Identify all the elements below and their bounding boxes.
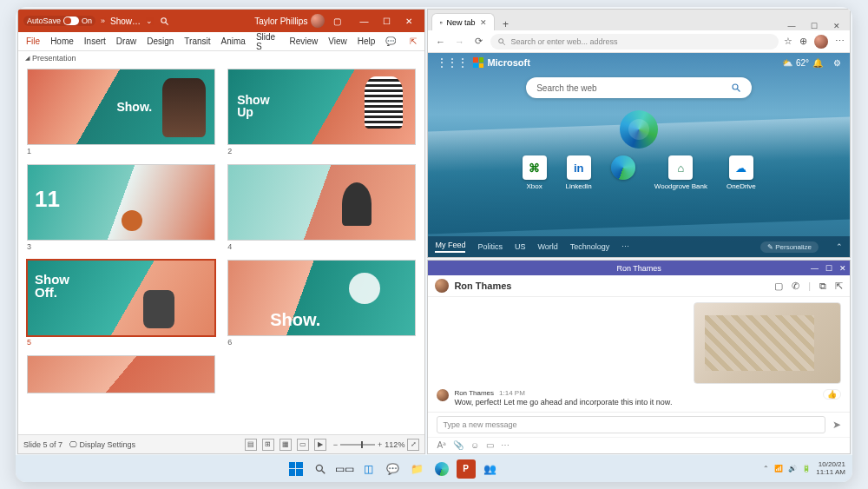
ribbon-tab-animations[interactable]: Anima [217,35,250,48]
format-button[interactable]: Aᵃ [437,440,446,450]
account-area[interactable]: Taylor Phillips ▢ [254,14,341,28]
tb-chat-icon[interactable]: 💬 [384,459,403,479]
tb-explorer-icon[interactable]: 📁 [408,459,427,479]
back-button[interactable]: ← [433,36,447,47]
slide-thumb-1[interactable]: Show. [27,69,215,145]
display-settings-button[interactable]: 🖵 Display Settings [69,440,135,449]
feed-more-icon[interactable]: ⋯ [621,242,629,251]
feed-tab-us[interactable]: US [515,242,526,251]
personalize-button[interactable]: ✎ Personalize [760,241,819,253]
teams-close-button[interactable]: ✕ [839,264,846,273]
feed-tab-world[interactable]: World [537,242,557,251]
ribbon-tab-home[interactable]: Home [46,35,78,48]
minimize-button[interactable]: — [353,13,374,29]
fit-button[interactable]: ⤢ [407,439,419,451]
feed-tab-politics[interactable]: Politics [477,242,503,251]
more-compose-icon[interactable]: ⋯ [501,440,510,450]
notes-view-button[interactable]: ▤ [245,439,257,451]
battery-icon[interactable]: 🔋 [802,465,811,472]
edge-close-button[interactable]: ✕ [827,22,846,30]
tab-close-icon[interactable]: ✕ [480,18,487,27]
emoji-button[interactable]: ☺ [470,440,479,450]
screen-share-button[interactable]: ⧉ [819,281,826,292]
ribbon-tab-insert[interactable]: Insert [80,35,110,48]
chevron-right-icon[interactable]: » [101,17,105,25]
zoom-out-button[interactable]: − [333,440,338,449]
ribbon-tab-slideshow[interactable]: Slide S [252,30,284,53]
normal-view-button[interactable]: ⊞ [262,439,274,451]
weather-widget[interactable]: ⛅ 62° 🔔 ⚙ [782,58,841,68]
tile-onedrive[interactable]: ☁OneDrive [727,155,756,190]
tb-teams-icon[interactable]: 👥 [481,459,500,479]
tb-powerpoint-icon[interactable]: P [457,459,476,479]
slide-thumb-2[interactable]: Show Up [227,69,416,145]
clock[interactable]: 10/20/21 11:11 AM [816,461,845,477]
sorter-view-button[interactable]: ▦ [279,439,292,451]
slide-thumb-4[interactable] [227,164,416,241]
popout-button[interactable]: ⇱ [835,281,843,292]
close-button[interactable]: ✕ [398,13,419,29]
ribbon-tab-review[interactable]: Review [286,35,323,48]
microsoft-logo[interactable]: Microsoft [473,57,530,68]
start-button[interactable] [286,459,306,479]
tb-taskview-icon[interactable]: ▭▭ [335,459,354,479]
app-launcher-icon[interactable]: ⋮⋮⋮ [437,56,468,69]
ribbon-tab-help[interactable]: Help [353,35,380,48]
slide-thumb-7[interactable] [27,355,215,393]
more-icon[interactable]: ⋯ [835,36,845,47]
tile-linkedin[interactable]: inLinkedIn [566,155,592,190]
search-submit-icon[interactable] [731,83,741,93]
document-title[interactable]: Show… [110,17,141,26]
reading-view-button[interactable]: ▭ [297,439,309,451]
volume-icon[interactable]: 🔊 [788,465,797,472]
share-icon[interactable]: ⇱ [405,35,421,48]
ntp-search-box[interactable]: Search the web [526,77,752,98]
feed-tab-myfeed[interactable]: My Feed [435,241,465,253]
zoom-slider[interactable] [340,444,375,446]
slideshow-button[interactable]: ▶ [314,439,326,451]
settings-gear-icon[interactable]: ⚙ [833,58,841,68]
video-call-button[interactable]: ▢ [774,281,783,292]
refresh-button[interactable]: ⟳ [471,36,485,47]
ribbon-tab-view[interactable]: View [324,35,352,48]
ribbon-tab-draw[interactable]: Draw [112,35,141,48]
reaction-like-icon[interactable]: 👍 [823,389,841,400]
search-icon[interactable] [158,15,170,27]
profile-avatar-icon[interactable] [814,35,828,49]
favorites-icon[interactable]: ☆ [784,36,792,47]
teams-minimize-button[interactable]: — [811,264,819,273]
tile-edge[interactable] [611,155,635,190]
tray-chevron-icon[interactable]: ⌃ [763,465,769,472]
ribbon-tab-file[interactable]: File [22,35,44,48]
edge-maximize-button[interactable]: ☐ [805,22,824,30]
collapse-feed-icon[interactable]: ⌃ [836,242,843,251]
tile-xbox[interactable]: ⌘Xbox [523,155,547,190]
attach-button[interactable]: 📎 [453,440,464,450]
wifi-icon[interactable]: 📶 [774,465,783,472]
collections-icon[interactable]: ⊕ [799,36,807,47]
address-bar[interactable]: Search or enter web... address [490,34,779,50]
feed-tab-technology[interactable]: Technology [570,242,610,251]
tb-search-icon[interactable] [311,459,330,479]
autosave-toggle[interactable]: AutoSave On [23,16,95,26]
new-tab-button[interactable]: + [498,18,514,30]
browser-tab[interactable]: ▫ New tab ✕ [431,13,494,30]
zoom-in-button[interactable]: + [378,440,382,449]
slide-thumb-3[interactable]: 11 [27,164,215,241]
edge-minimize-button[interactable]: — [782,22,801,30]
gif-button[interactable]: ▭ [486,440,494,450]
notifications-icon[interactable]: 🔔 [812,58,823,68]
breadcrumb[interactable]: ◢ Presentation [18,51,424,65]
tb-widgets-icon[interactable]: ◫ [359,459,378,479]
forward-button[interactable]: → [452,36,466,47]
comments-icon[interactable]: 💬 [381,35,400,48]
present-icon[interactable]: ▢ [333,17,341,26]
audio-call-button[interactable]: ✆ [792,281,799,292]
teams-maximize-button[interactable]: ☐ [825,264,832,273]
image-message[interactable] [694,302,841,384]
slide-thumb-5[interactable]: Show Off. [27,260,215,336]
message-input[interactable]: Type a new message [437,416,825,433]
tile-woodgrove[interactable]: ⌂Woodgrove Bank [654,155,707,190]
send-button[interactable]: ➤ [832,419,841,431]
tb-edge-icon[interactable] [432,459,451,479]
